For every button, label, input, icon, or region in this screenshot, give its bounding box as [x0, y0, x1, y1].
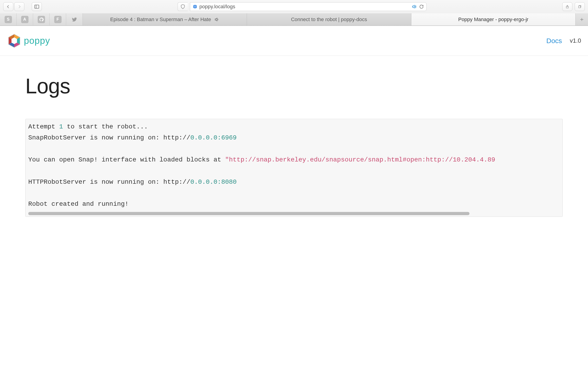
share-icon: [565, 5, 569, 8]
tab-docs[interactable]: Connect to the robot | poppy-docs: [247, 13, 411, 25]
favorite-f[interactable]: F: [50, 13, 66, 25]
nav-buttons: [3, 2, 24, 11]
new-tab-button[interactable]: [576, 13, 588, 25]
chevron-left-icon: [6, 5, 10, 8]
horizontal-scrollbar[interactable]: [28, 212, 560, 215]
toolbar: poppy.local/logs: [0, 0, 588, 13]
brand-text: poppy: [24, 35, 50, 46]
page-title: Logs: [25, 74, 563, 98]
globe-icon: [192, 4, 198, 9]
svg-rect-0: [35, 5, 39, 8]
tab-label: Connect to the robot | poppy-docs: [291, 17, 367, 23]
content: Logs Attempt 1 to start the robot... Sna…: [0, 56, 588, 226]
tab-bar: S A F Episode 4 : Batman v Superman – Af…: [0, 13, 588, 26]
poppy-logo-icon: [7, 33, 22, 48]
tabs-button[interactable]: [575, 2, 585, 11]
tab-episode[interactable]: Episode 4 : Batman v Superman – After Ha…: [83, 13, 247, 25]
shield-icon: [180, 4, 185, 9]
twitter-icon: [71, 17, 78, 23]
tab-poppy-manager[interactable]: Poppy Manager - poppy-ergo-jr: [411, 13, 576, 25]
log-box: Attempt 1 to start the robot... SnapRobo…: [25, 119, 563, 217]
forward-button[interactable]: [14, 2, 24, 11]
favorite-twitter[interactable]: [66, 13, 83, 25]
chevron-right-icon: [17, 5, 21, 8]
plus-icon: [579, 17, 584, 22]
version-label: v1.0: [570, 37, 581, 44]
right-toolbar: [562, 2, 585, 11]
github-icon: [39, 17, 44, 22]
back-button[interactable]: [3, 2, 13, 11]
sidebar-toggle-button[interactable]: [32, 2, 42, 11]
reload-icon[interactable]: [419, 4, 424, 9]
brand-logo[interactable]: poppy: [7, 33, 50, 48]
log-output: Attempt 1 to start the robot... SnapRobo…: [28, 121, 560, 210]
favorite-s[interactable]: S: [0, 13, 17, 25]
browser-chrome: poppy.local/logs: [0, 0, 588, 26]
speaker-icon[interactable]: [412, 4, 417, 9]
scrollbar-thumb[interactable]: [28, 212, 469, 215]
docs-link[interactable]: Docs: [546, 37, 562, 45]
speaker-icon: [214, 17, 219, 22]
reader-button[interactable]: [178, 2, 188, 11]
address-bar[interactable]: poppy.local/logs: [190, 2, 426, 11]
tab-label: Episode 4 : Batman v Superman – After Ha…: [110, 17, 211, 23]
share-button[interactable]: [562, 2, 572, 11]
tab-label: Poppy Manager - poppy-ergo-jr: [458, 17, 528, 23]
url-text: poppy.local/logs: [199, 4, 235, 10]
page-header: poppy Docs v1.0: [0, 26, 588, 56]
favorite-github[interactable]: [33, 13, 50, 25]
sidebar-icon: [34, 4, 39, 9]
tabs-icon: [578, 5, 582, 8]
svg-rect-4: [579, 6, 581, 8]
favorite-a[interactable]: A: [17, 13, 33, 25]
